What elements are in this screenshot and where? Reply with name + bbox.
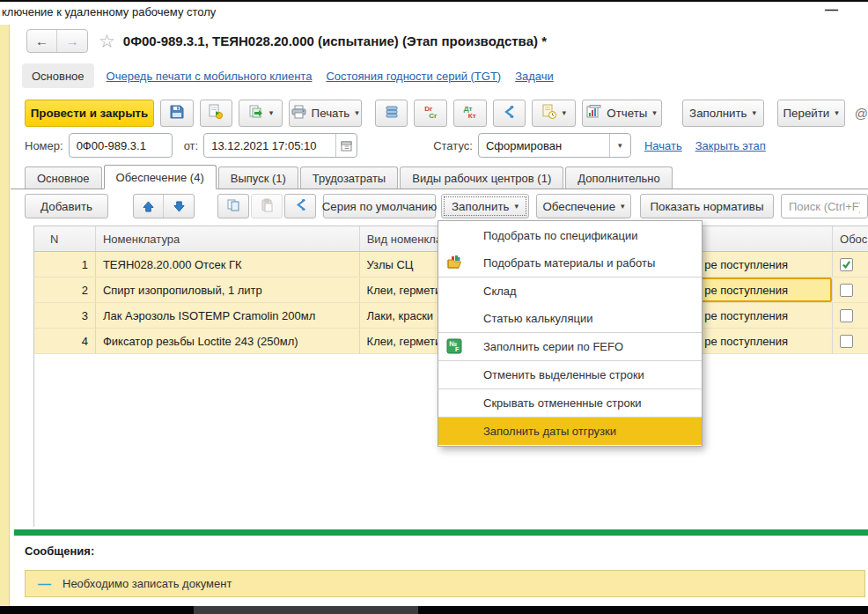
navbar-link-print-queue[interactable]: Очередь печати с мобильного клиента (107, 70, 313, 83)
rdp-window-title: ключение к удаленному рабочему столу (2, 5, 216, 18)
cell-n[interactable]: 1 (34, 252, 96, 277)
tab-output[interactable]: Выпуск (1) (218, 166, 298, 189)
status-label: Статус: (433, 139, 473, 152)
document-log-button[interactable]: ▾ (532, 100, 575, 127)
status-select[interactable]: Сформирован ▾ (478, 133, 631, 158)
post-document-button[interactable] (200, 100, 233, 127)
save-button[interactable] (160, 100, 194, 127)
start-link[interactable]: Начать (644, 139, 682, 152)
move-row-group (133, 194, 195, 218)
back-icon[interactable]: ← (27, 30, 57, 52)
cell-nomenclature[interactable]: Лак Аэрозоль ISOTEMP Cramolin 200мл (96, 303, 360, 328)
checkbox-unchecked[interactable] (840, 284, 853, 297)
navbar-item-main[interactable]: Основное (22, 63, 94, 88)
menu-item-label: Заполнить серии по FEFO (483, 340, 623, 353)
header-n[interactable]: N (34, 226, 96, 251)
dr-cr-postings-button[interactable]: Dr Cr (414, 100, 447, 127)
grid-toolbar: Добавить Серия по умолчанию Заполнить ▾ … (25, 193, 868, 219)
caret-down-icon: ▾ (835, 108, 839, 117)
share-icon (294, 198, 307, 214)
message-item[interactable]: — Необходимо записать документ (25, 570, 865, 597)
grid-fill-label: Заполнить (452, 200, 509, 213)
print-button[interactable]: Печать ▾ (289, 100, 362, 127)
default-series-button[interactable]: Серия по умолчанию (323, 194, 436, 218)
date-field[interactable]: 13.12.2021 17:05:10 (203, 133, 357, 158)
share-icon (502, 105, 516, 122)
supply-menu-button[interactable]: Обеспечение ▾ (536, 194, 631, 218)
caret-down-icon: ▾ (563, 108, 567, 117)
checkbox-unchecked[interactable] (840, 309, 853, 322)
page-title: 0Ф00-989.3.1, ТЕЯН028.20.000 (испытание)… (123, 33, 547, 48)
tab-supply[interactable]: Обеспечение (4) (104, 165, 217, 189)
goto-menu-button[interactable]: Перейти ▾ (777, 100, 845, 127)
cell-nomenclature[interactable]: Фиксатор резьбы Loctite 243 (250мл) (96, 329, 360, 353)
reports-button[interactable]: Отчеты ▾ (582, 100, 662, 127)
reports-icon (586, 105, 601, 122)
tab-labor[interactable]: Трудозатраты (300, 166, 398, 189)
checkbox-checked[interactable] (840, 258, 853, 271)
copy-row-button[interactable] (217, 194, 249, 218)
cell-n[interactable]: 3 (34, 303, 96, 328)
goto-label: Перейти (783, 107, 829, 120)
save-icon (169, 104, 185, 122)
show-norms-button[interactable]: Показать нормативы (640, 194, 774, 218)
post-document-icon (208, 104, 224, 122)
minimize-button[interactable]: — (825, 2, 838, 17)
cell-n[interactable]: 2 (34, 277, 96, 302)
messages-splitter[interactable] (14, 529, 868, 536)
structure-button[interactable] (375, 100, 408, 127)
menu-item-pick-by-spec[interactable]: Подобрать по спецификации (438, 222, 702, 249)
number-field[interactable]: 0Ф00-989.3.1 (69, 133, 173, 158)
menu-item-warehouse[interactable]: Склад (438, 277, 702, 305)
copy-icon (226, 198, 240, 215)
caret-down-icon: ▾ (621, 202, 625, 211)
menu-item-fill-series-fefo[interactable]: №F Заполнить серии по FEFO (438, 333, 702, 360)
cell-nomenclature[interactable]: ТЕЯН028.20.000 Отсек ГК (96, 252, 360, 277)
navbar-link-tasks[interactable]: Задачи (515, 70, 554, 83)
create-based-on-button[interactable]: ▾ (239, 100, 282, 127)
menu-item-pick-materials[interactable]: Подобрать материалы и работы (438, 249, 702, 277)
calendar-icon[interactable] (335, 134, 357, 157)
menu-item-fill-shipment-dates[interactable]: Заполнить даты отгрузки (438, 418, 702, 445)
fill-menu-button[interactable]: Заполнить ▾ (682, 100, 764, 127)
cell-nomenclature[interactable]: Спирт изопропиловый, 1 литр (96, 277, 360, 302)
cr-label: Cr (429, 112, 437, 120)
menu-item-calc-item[interactable]: Статью калькуляции (438, 305, 702, 332)
status-value: Сформирован (479, 139, 609, 152)
move-up-icon[interactable] (134, 195, 164, 218)
paste-row-button[interactable] (251, 194, 283, 218)
tab-additional[interactable]: Дополнительно (565, 166, 673, 189)
move-down-icon[interactable] (164, 195, 194, 218)
attachments-clip-icon[interactable]: @ (855, 106, 868, 121)
close-stage-link[interactable]: Закрыть этап (695, 139, 766, 152)
add-row-button[interactable]: Добавить (25, 194, 108, 218)
header-separate[interactable]: Обос (833, 226, 868, 251)
reports-label: Отчеты (607, 107, 647, 120)
caret-down-icon: ▾ (652, 108, 657, 117)
menu-item-cancel-selected-rows[interactable]: Отменить выделенные строки (438, 361, 702, 388)
caret-down-icon[interactable]: ▾ (609, 134, 630, 157)
tab-work-centers[interactable]: Виды рабочих центров (1) (400, 166, 563, 189)
history-nav-group: ← → (26, 29, 88, 53)
caret-down-icon: ▾ (753, 108, 757, 117)
message-dash-icon: — (38, 576, 51, 591)
document-header: ← → ☆ 0Ф00-989.3.1, ТЕЯН028.20.000 (испы… (26, 29, 547, 53)
post-and-close-button[interactable]: Провести и закрыть (25, 100, 154, 127)
grid-fill-menu-button[interactable]: Заполнить ▾ (441, 194, 529, 218)
dt-kt-postings-button[interactable]: Дт Кт (453, 100, 487, 127)
menu-item-hide-cancelled-rows[interactable]: Скрывать отмененные строки (438, 389, 702, 417)
tab-main[interactable]: Основное (25, 166, 102, 189)
navbar-link-series-states[interactable]: Состояния годности серий (TGT) (326, 70, 501, 83)
favorite-star-icon[interactable]: ☆ (99, 31, 115, 52)
search-input[interactable] (781, 194, 868, 218)
share-rows-button[interactable] (284, 194, 316, 218)
forward-icon[interactable]: → (57, 30, 87, 52)
checkbox-unchecked[interactable] (840, 335, 853, 348)
dr-cr-icon: Dr Cr (424, 106, 437, 120)
share-button[interactable] (493, 100, 526, 127)
cell-n[interactable]: 4 (34, 329, 96, 353)
header-nomenclature[interactable]: Номенклатура (96, 226, 360, 251)
kt-label: Кт (468, 112, 476, 120)
caret-down-icon: ▾ (355, 108, 359, 117)
folder-pick-icon (446, 255, 464, 272)
